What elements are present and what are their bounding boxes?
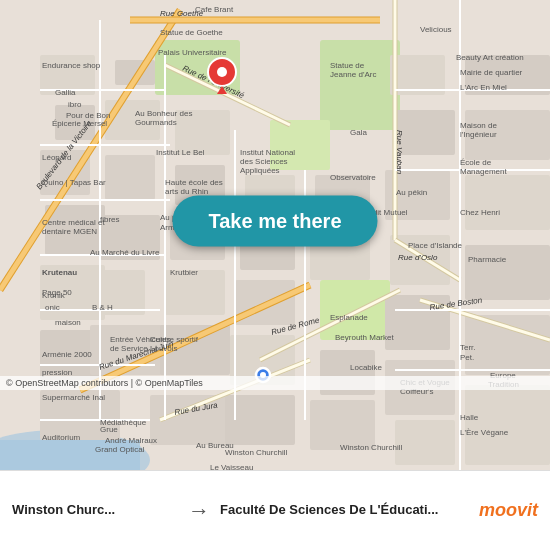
svg-text:Au Bonheur des: Au Bonheur des (135, 109, 192, 118)
svg-text:Pet.: Pet. (460, 353, 474, 362)
map-attribution: © OpenStreetMap contributors | © OpenMap… (0, 376, 550, 390)
svg-text:Terr.: Terr. (460, 343, 476, 352)
svg-text:Institut National: Institut National (240, 148, 295, 157)
svg-text:Auditorium: Auditorium (42, 433, 81, 442)
svg-text:Médiathèque: Médiathèque (100, 418, 147, 427)
svg-text:Supermarché Inal: Supermarché Inal (42, 393, 105, 402)
bottom-bar: Winston Churc... → Faculté De Sciences D… (0, 470, 550, 550)
svg-text:Beauty Art création: Beauty Art création (456, 53, 524, 62)
svg-text:Institut Le Bel: Institut Le Bel (156, 148, 205, 157)
svg-text:maison: maison (55, 318, 81, 327)
svg-text:Au Marché du Livre: Au Marché du Livre (90, 248, 160, 257)
svg-text:Grand Optical: Grand Optical (95, 445, 145, 454)
svg-text:ibro: ibro (68, 100, 82, 109)
svg-text:Palais Universitaire: Palais Universitaire (158, 48, 227, 57)
route-to: Faculté De Sciences De L'Éducati... (220, 502, 469, 519)
svg-text:Observatoire: Observatoire (330, 173, 376, 182)
svg-text:Velicious: Velicious (420, 25, 452, 34)
svg-text:Krutbier: Krutbier (170, 268, 198, 277)
svg-text:Chez Henri: Chez Henri (460, 208, 500, 217)
svg-text:Épicerie Mersel: Épicerie Mersel (52, 119, 107, 128)
svg-text:Centre médical et: Centre médical et (42, 218, 105, 227)
svg-text:L'Arc En Miel: L'Arc En Miel (460, 83, 507, 92)
svg-text:Esplanade: Esplanade (330, 313, 368, 322)
moovit-logo-text: moovit (479, 500, 538, 521)
svg-text:Le Vaisseau: Le Vaisseau (210, 463, 253, 470)
svg-text:Locabike: Locabike (350, 363, 383, 372)
svg-point-133 (217, 67, 227, 77)
svg-rect-41 (395, 420, 455, 465)
route-from: Winston Churc... (12, 502, 178, 519)
svg-rect-46 (465, 315, 550, 375)
svg-text:École de: École de (460, 158, 492, 167)
svg-text:fibres: fibres (100, 215, 120, 224)
svg-text:B & H: B & H (92, 303, 113, 312)
svg-text:Quino | Tapas Bar: Quino | Tapas Bar (42, 178, 106, 187)
route-from-label: Winston Churc... (12, 502, 115, 519)
svg-text:Winston Churchill: Winston Churchill (340, 443, 402, 452)
svg-text:dentaire MGEN: dentaire MGEN (42, 227, 97, 236)
svg-text:onic: onic (45, 303, 60, 312)
svg-text:Léopard: Léopard (42, 153, 71, 162)
svg-text:Arménie 2000: Arménie 2000 (42, 350, 92, 359)
svg-text:Louvois: Louvois (150, 344, 178, 353)
svg-text:Haute école des: Haute école des (165, 178, 223, 187)
route-arrow-icon: → (178, 498, 220, 524)
svg-text:Kronik: Kronik (42, 291, 66, 300)
svg-text:Halle: Halle (460, 413, 479, 422)
svg-text:Appliquées: Appliquées (240, 166, 280, 175)
svg-text:des Sciences: des Sciences (240, 157, 288, 166)
route-to-label: Faculté De Sciences De L'Éducati... (220, 502, 438, 519)
svg-text:Jeanne d'Arc: Jeanne d'Arc (330, 70, 376, 79)
svg-text:Gala: Gala (350, 128, 367, 137)
svg-rect-4 (320, 40, 400, 130)
svg-text:Mairie de quartier: Mairie de quartier (460, 68, 523, 77)
map-container: Boulevard de la Victoire Rue Goethe Rue … (0, 0, 550, 470)
svg-text:Krutenau: Krutenau (42, 268, 77, 277)
svg-text:Pharmacie: Pharmacie (468, 255, 507, 264)
svg-rect-45 (465, 245, 550, 300)
svg-text:de Service: de Service (110, 344, 148, 353)
svg-text:Management: Management (460, 167, 507, 176)
svg-text:Rue d'Oslo: Rue d'Oslo (398, 253, 438, 262)
svg-text:Winston Churchill: Winston Churchill (225, 448, 287, 457)
take-me-there-button[interactable]: Take me there (172, 195, 377, 246)
svg-text:André Malraux: André Malraux (105, 436, 157, 445)
svg-rect-16 (105, 155, 155, 200)
svg-text:Cafe Brant: Cafe Brant (195, 5, 234, 14)
svg-text:Gallia: Gallia (55, 88, 76, 97)
moovit-logo: moovit (479, 500, 538, 521)
svg-text:Place d'Islande: Place d'Islande (408, 241, 463, 250)
svg-text:Statue de: Statue de (330, 61, 365, 70)
svg-text:Entrée Véhicules: Entrée Véhicules (110, 335, 170, 344)
svg-text:Endurance shop: Endurance shop (42, 61, 101, 70)
svg-text:Au pékin: Au pékin (396, 188, 427, 197)
svg-text:Statue de Goethe: Statue de Goethe (160, 28, 223, 37)
svg-text:L'Ère Végane: L'Ère Végane (460, 428, 509, 437)
svg-text:Beyrouth Market: Beyrouth Market (335, 333, 394, 342)
svg-rect-47 (465, 385, 550, 465)
svg-text:Gourmands: Gourmands (135, 118, 177, 127)
svg-rect-44 (465, 175, 550, 230)
svg-text:Rue Vauban: Rue Vauban (395, 130, 404, 175)
svg-text:Maison de: Maison de (460, 121, 497, 130)
svg-text:l'Ingénieur: l'Ingénieur (460, 130, 497, 139)
